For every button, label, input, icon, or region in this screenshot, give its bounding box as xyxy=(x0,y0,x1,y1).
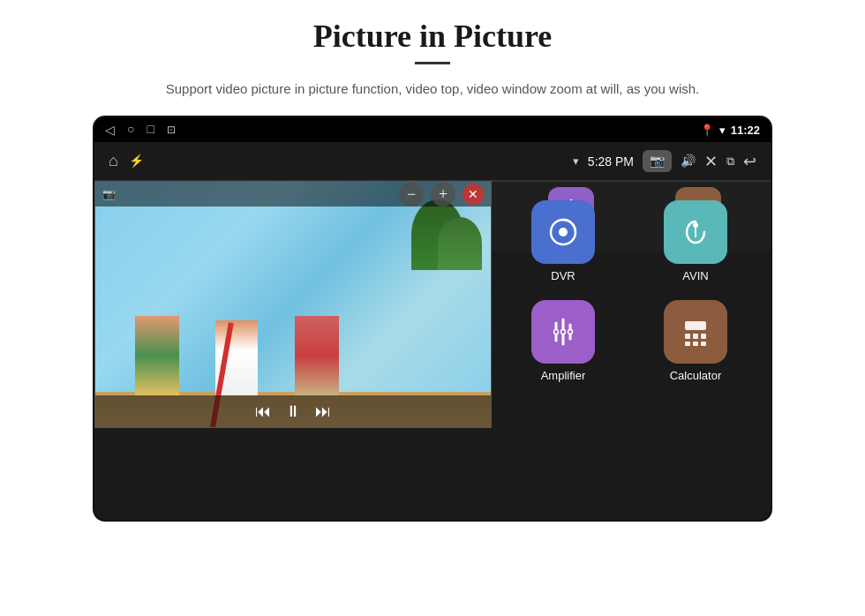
pip-maximize-btn[interactable]: + xyxy=(431,182,455,207)
app-label-amplifier: Amplifier xyxy=(541,369,586,382)
status-bar-right: 📍 ▾ 11:22 xyxy=(700,124,760,137)
tree-2 xyxy=(438,217,482,270)
pip-prev-btn[interactable]: ⏮ xyxy=(255,402,271,421)
page-subtitle: Support video picture in picture functio… xyxy=(166,79,699,100)
back-toolbar-icon[interactable]: ↩ xyxy=(743,152,756,171)
pip-controls-bar: ⏮ ⏸ ⏭ xyxy=(95,395,491,427)
pip-camera-icon: 📷 xyxy=(102,188,116,201)
page-wrapper: Picture in Picture Support video picture… xyxy=(0,0,865,616)
svg-rect-13 xyxy=(701,334,706,339)
calculator-svg-icon xyxy=(678,314,713,349)
volume-toolbar-icon[interactable]: 🔊 xyxy=(681,154,696,169)
toolbar-time: 5:28 PM xyxy=(588,154,634,169)
app-label-calculator: Calculator xyxy=(670,369,722,382)
app-item-amplifier[interactable]: Amplifier xyxy=(497,289,629,389)
page-title: Picture in Picture xyxy=(313,18,553,55)
main-content: 📷 − + ✕ ⏮ ⏸ ⏭ xyxy=(94,181,771,252)
pip-video[interactable]: 📷 − + ✕ ⏮ ⏸ ⏭ xyxy=(94,181,492,428)
app-label-dvr: DVR xyxy=(551,269,575,282)
app-icon-calculator xyxy=(664,300,727,364)
device-frame: ◁ ○ □ ⊡ 📍 ▾ 11:22 ⌂ ⚡ ▾ 5:28 PM 📷 🔊 xyxy=(93,116,772,522)
recent-nav-icon[interactable]: □ xyxy=(147,123,154,137)
wifi-toolbar-icon: ▾ xyxy=(573,154,579,169)
app-icon-amplifier xyxy=(531,300,595,364)
svg-rect-12 xyxy=(693,334,698,339)
svg-point-7 xyxy=(554,330,559,334)
usb-toolbar-icon[interactable]: ⚡ xyxy=(129,154,144,169)
pip-minimize-btn[interactable]: − xyxy=(399,182,424,207)
video-scene xyxy=(95,182,491,427)
toolbar-right: ▾ 5:28 PM 📷 🔊 ✕ ⧉ ↩ xyxy=(573,150,756,172)
home-nav-icon[interactable]: ○ xyxy=(127,123,134,137)
svg-rect-14 xyxy=(685,342,690,346)
amplifier-svg-icon xyxy=(545,314,581,349)
svg-rect-11 xyxy=(685,334,690,339)
pip-close-btn[interactable]: ✕ xyxy=(463,184,484,205)
person1-body xyxy=(135,316,179,395)
app-icon-dvr xyxy=(531,200,595,264)
status-time: 11:22 xyxy=(731,124,760,137)
toolbar-left: ⌂ ⚡ xyxy=(109,152,144,170)
app-icon-avin xyxy=(664,200,727,264)
home-toolbar-icon[interactable]: ⌂ xyxy=(109,152,118,170)
toolbar: ⌂ ⚡ ▾ 5:28 PM 📷 🔊 ✕ ⧉ ↩ xyxy=(94,142,771,181)
app-item-dvr[interactable]: DVR xyxy=(497,190,629,289)
pip-top-controls: − + ✕ xyxy=(399,182,484,207)
pip-next-btn[interactable]: ⏭ xyxy=(315,402,331,421)
svg-point-2 xyxy=(693,222,698,228)
screenshot-nav-icon[interactable]: ⊡ xyxy=(167,124,176,137)
location-icon: 📍 xyxy=(700,124,714,137)
svg-point-1 xyxy=(559,228,568,237)
app-label-avin: AVIN xyxy=(682,269,708,282)
camera-toolbar-icon[interactable]: 📷 xyxy=(643,150,672,172)
avin-svg-icon xyxy=(678,214,713,250)
back-nav-icon[interactable]: ◁ xyxy=(105,123,115,138)
pip-top-bar: 📷 − + ✕ xyxy=(95,182,491,207)
status-bar: ◁ ○ □ ⊡ 📍 ▾ 11:22 xyxy=(94,117,771,142)
svg-rect-16 xyxy=(701,342,706,346)
title-divider xyxy=(415,62,450,64)
svg-point-8 xyxy=(561,330,566,334)
app-item-avin[interactable]: AVIN xyxy=(629,190,762,289)
pip-toolbar-icon[interactable]: ⧉ xyxy=(726,154,734,169)
svg-rect-10 xyxy=(685,321,706,330)
pip-pause-btn[interactable]: ⏸ xyxy=(285,402,301,421)
status-bar-left: ◁ ○ □ ⊡ xyxy=(105,123,176,138)
svg-rect-15 xyxy=(693,342,698,346)
app-item-calculator[interactable]: Calculator xyxy=(629,289,762,389)
svg-point-9 xyxy=(568,330,573,334)
wifi-signal-icon: ▾ xyxy=(719,124,726,137)
dvr-svg-icon xyxy=(545,214,581,250)
person3-body xyxy=(295,316,339,395)
app-grid: DVR AVIN xyxy=(488,181,771,199)
close-toolbar-icon[interactable]: ✕ xyxy=(704,152,718,171)
